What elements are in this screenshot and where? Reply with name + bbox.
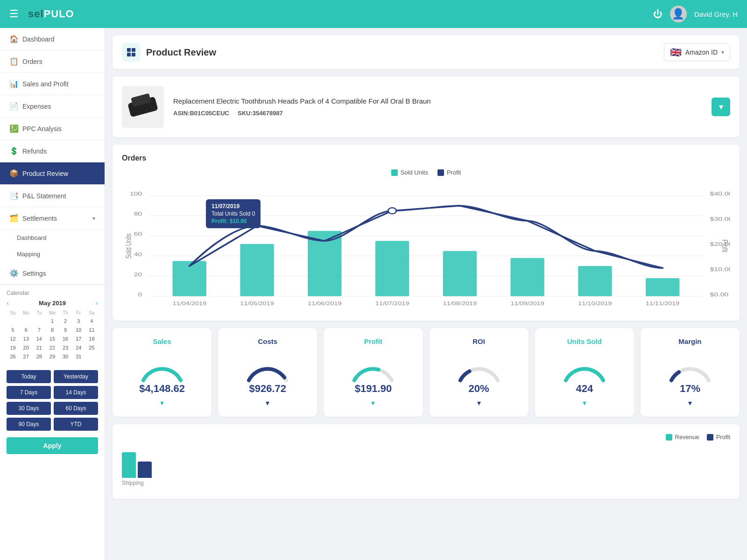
sidebar-item-pl-statement[interactable]: 📑 P&L Statement	[0, 185, 105, 207]
cal-cell[interactable]: 13	[20, 335, 32, 343]
sidebar-item-settings[interactable]: ⚙️ Settings	[0, 262, 105, 285]
bottom-legend-revenue: Revenue	[666, 434, 699, 441]
cal-cell	[85, 352, 98, 361]
legend-profit: Profit	[437, 169, 461, 176]
costs-dropdown[interactable]: ▾	[266, 399, 269, 407]
cal-cell[interactable]: 6	[20, 326, 32, 334]
cal-cell[interactable]: 12	[7, 335, 19, 343]
90days-button[interactable]: 90 Days	[7, 418, 51, 431]
ytd-button[interactable]: YTD	[54, 418, 98, 431]
60days-button[interactable]: 60 Days	[54, 402, 98, 415]
units-sold-dropdown[interactable]: ▾	[583, 399, 586, 407]
cal-cell[interactable]: 9	[59, 326, 72, 334]
metric-card-sales: Sales $4,148.62 ▾	[113, 328, 211, 417]
cal-header-mo: Mo	[20, 309, 32, 316]
cal-header-fr: Fr	[72, 309, 85, 316]
calendar-next[interactable]: ›	[96, 299, 98, 307]
cal-cell[interactable]: 31	[72, 352, 85, 361]
cal-cell[interactable]: 23	[59, 343, 72, 352]
metric-card-profit: Profit $191.90 ▾	[324, 328, 423, 417]
cal-cell[interactable]: 29	[46, 352, 58, 361]
svg-text:11/04/2019: 11/04/2019	[173, 301, 206, 307]
svg-rect-26	[240, 244, 274, 296]
cal-cell[interactable]: 19	[7, 343, 19, 352]
cal-cell[interactable]: 3	[72, 317, 85, 325]
cal-cell[interactable]: 11	[85, 326, 98, 334]
sales-dropdown[interactable]: ▾	[160, 399, 164, 407]
sidebar-item-sales-profit[interactable]: 📊 Sales and Profit	[0, 73, 105, 95]
svg-text:11/09/2019: 11/09/2019	[510, 301, 544, 307]
margin-arc	[664, 350, 716, 383]
ppc-icon: 💹	[9, 124, 19, 133]
cal-cell[interactable]: 10	[72, 326, 85, 334]
sidebar-item-settlements[interactable]: 🗂️ Settlements ▾	[0, 207, 105, 230]
cal-cell[interactable]: 5	[7, 326, 19, 334]
chevron-down-icon: ▾	[721, 49, 724, 56]
date-buttons-grid: Today Yesterday 7 Days 14 Days 30 Days 6…	[0, 365, 105, 435]
svg-text:$30.00: $30.00	[710, 216, 730, 222]
roi-dropdown[interactable]: ▾	[477, 399, 481, 407]
menu-icon[interactable]: ☰	[9, 8, 19, 20]
sidebar-sub-mapping[interactable]: Mapping	[0, 246, 105, 262]
cal-cell[interactable]: 20	[20, 343, 32, 352]
sidebar-sub-dashboard[interactable]: Dashboard	[0, 230, 105, 246]
calendar-month: May 2019	[39, 300, 66, 307]
cal-cell[interactable]: 7	[33, 326, 45, 334]
profit-value: $191.90	[355, 383, 392, 395]
today-button[interactable]: Today	[7, 370, 51, 383]
sidebar-item-ppc[interactable]: 💹 PPC Analysis	[0, 118, 105, 140]
profit-label: Profit	[447, 169, 461, 176]
sidebar-item-expenses[interactable]: 📄 Expenses	[0, 95, 105, 118]
sidebar-item-orders[interactable]: 📋 Orders	[0, 50, 105, 73]
calendar-prev[interactable]: ‹	[7, 299, 9, 307]
metric-card-roi: ROI 20% ▾	[430, 328, 529, 417]
cal-cell[interactable]: 2	[59, 317, 72, 325]
sidebar-item-product-review[interactable]: 📦 Product Review	[0, 162, 105, 185]
power-icon[interactable]: ⏻	[653, 9, 662, 20]
cal-cell[interactable]: 21	[33, 343, 45, 352]
14days-button[interactable]: 14 Days	[54, 386, 98, 399]
units-sold-label: Units Sold	[567, 337, 602, 345]
cal-cell[interactable]: 17	[72, 335, 85, 343]
7days-button[interactable]: 7 Days	[7, 386, 51, 399]
metric-card-units-sold: Units Sold 424 ▾	[535, 328, 634, 417]
orders-chart-svg: 0 20 40 60 80 100 Sold Units $0.00 $10.0…	[122, 181, 730, 311]
cal-cell	[20, 317, 32, 325]
profit-dot	[437, 169, 444, 176]
sidebar-item-refunds[interactable]: 💲 Refunds	[0, 140, 105, 162]
cal-cell[interactable]: 24	[72, 343, 85, 352]
dashboard-icon: 🏠	[9, 35, 19, 43]
cal-cell[interactable]: 1	[46, 317, 58, 325]
cal-cell[interactable]: 16	[59, 335, 72, 343]
profit-dropdown[interactable]: ▾	[371, 399, 375, 407]
cal-cell[interactable]: 27	[20, 352, 32, 361]
sales-icon: 📊	[9, 79, 19, 88]
sales-label: Sales	[153, 337, 171, 345]
cal-cell[interactable]: 4	[85, 317, 98, 325]
pl-icon: 📑	[9, 191, 19, 200]
product-dropdown-button[interactable]: ▾	[712, 98, 730, 116]
product-name: Replacement Electric Toothbrush Heads Pa…	[173, 97, 702, 105]
yesterday-button[interactable]: Yesterday	[54, 370, 98, 383]
amazon-id-badge[interactable]: 🇬🇧 Amazon ID ▾	[664, 43, 730, 61]
app-logo: selPULO	[28, 8, 74, 20]
cal-cell[interactable]: 18	[85, 335, 98, 343]
cal-cell[interactable]: 30	[59, 352, 72, 361]
cal-header-su: Su	[7, 309, 19, 316]
settlements-icon: 🗂️	[9, 214, 19, 223]
sales-arc	[136, 350, 188, 383]
svg-text:11/10/2019: 11/10/2019	[578, 301, 612, 307]
cal-cell[interactable]: 28	[33, 352, 45, 361]
cal-cell[interactable]: 8	[46, 326, 58, 334]
margin-dropdown[interactable]: ▾	[688, 399, 692, 407]
cal-cell[interactable]: 25	[85, 343, 98, 352]
svg-text:Profit: Profit	[720, 239, 729, 252]
sidebar-item-dashboard[interactable]: 🏠 Dashboard	[0, 28, 105, 50]
svg-text:11/05/2019: 11/05/2019	[240, 301, 274, 307]
cal-cell[interactable]: 26	[7, 352, 19, 361]
cal-cell[interactable]: 14	[33, 335, 45, 343]
cal-cell[interactable]: 22	[46, 343, 58, 352]
apply-button[interactable]: Apply	[7, 437, 98, 454]
cal-cell[interactable]: 15	[46, 335, 58, 343]
30days-button[interactable]: 30 Days	[7, 402, 51, 415]
